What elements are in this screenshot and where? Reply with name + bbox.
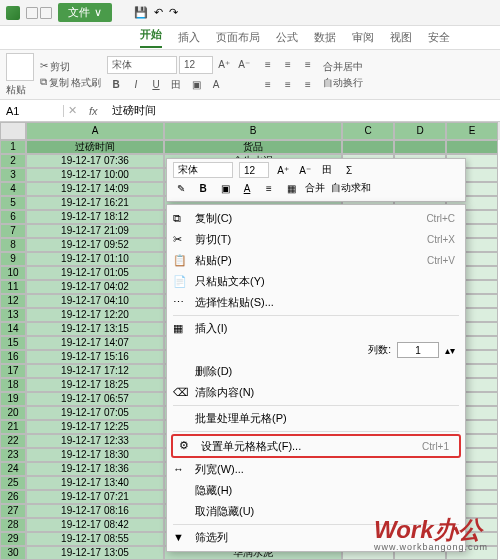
cell[interactable]: 19-12-17 15:16: [26, 350, 164, 364]
mini-merge-button[interactable]: 合并: [305, 181, 325, 195]
mini-grid-icon[interactable]: ▦: [283, 180, 299, 196]
select-all-button[interactable]: [0, 122, 26, 140]
mini-sum-icon[interactable]: Σ: [341, 162, 357, 178]
mini-fill-icon[interactable]: ▣: [217, 180, 233, 196]
ribbon-tab-layout[interactable]: 页面布局: [216, 30, 260, 45]
cell[interactable]: 19-12-17 01:10: [26, 252, 164, 266]
copy-icon[interactable]: ⧉: [40, 76, 47, 90]
tab-icon-2[interactable]: [40, 7, 52, 19]
ribbon-tab-security[interactable]: 安全: [428, 30, 450, 45]
cols-input[interactable]: [397, 342, 439, 358]
ribbon-tab-formula[interactable]: 公式: [276, 30, 298, 45]
cell[interactable]: 19-12-17 13:05: [26, 546, 164, 560]
menu-paste-text[interactable]: 📄只粘贴文本(Y): [167, 271, 465, 292]
cell[interactable]: 19-12-17 10:00: [26, 168, 164, 182]
merge-button[interactable]: 合并居中: [323, 60, 363, 74]
menu-batch[interactable]: 批量处理单元格(P): [167, 408, 465, 429]
cols-stepper-icon[interactable]: ▴▾: [445, 345, 455, 356]
cell[interactable]: 19-12-17 18:12: [26, 210, 164, 224]
row-header[interactable]: 3: [0, 168, 26, 182]
menu-insert[interactable]: ▦插入(I): [167, 318, 465, 339]
formula-value[interactable]: 过磅时间: [106, 103, 162, 118]
file-menu-button[interactable]: 文件 ∨: [58, 3, 112, 22]
cell[interactable]: [446, 140, 498, 154]
menu-paste-special[interactable]: ⋯选择性粘贴(S)...: [167, 292, 465, 313]
row-header[interactable]: 11: [0, 280, 26, 294]
cell[interactable]: 19-12-17 14:07: [26, 336, 164, 350]
ribbon-tab-review[interactable]: 审阅: [352, 30, 374, 45]
cell[interactable]: 19-12-17 08:42: [26, 518, 164, 532]
row-header[interactable]: 24: [0, 462, 26, 476]
fx-icon[interactable]: fx: [81, 105, 106, 117]
row-header[interactable]: 29: [0, 532, 26, 546]
row-header[interactable]: 12: [0, 294, 26, 308]
row-header[interactable]: 14: [0, 322, 26, 336]
font-name-select[interactable]: 宋体: [107, 56, 177, 74]
row-header[interactable]: 5: [0, 196, 26, 210]
menu-paste[interactable]: 📋粘贴(P)Ctrl+V: [167, 250, 465, 271]
mini-increase-font-icon[interactable]: A⁺: [275, 162, 291, 178]
menu-hide[interactable]: 隐藏(H): [167, 480, 465, 501]
row-header[interactable]: 25: [0, 476, 26, 490]
row-header[interactable]: 2: [0, 154, 26, 168]
font-size-select[interactable]: 12: [179, 56, 213, 74]
cancel-formula-icon[interactable]: ✕: [64, 104, 81, 117]
bold-icon[interactable]: B: [107, 76, 125, 94]
row-header[interactable]: 20: [0, 406, 26, 420]
row-header[interactable]: 26: [0, 490, 26, 504]
cell[interactable]: 19-12-17 08:16: [26, 504, 164, 518]
col-header-A[interactable]: A: [26, 122, 164, 140]
cell[interactable]: 19-12-17 01:05: [26, 266, 164, 280]
row-header[interactable]: 16: [0, 350, 26, 364]
ribbon-tab-home[interactable]: 开始: [140, 27, 162, 48]
cell[interactable]: 19-12-17 06:57: [26, 392, 164, 406]
cell[interactable]: 19-12-17 04:10: [26, 294, 164, 308]
menu-cut[interactable]: ✂剪切(T)Ctrl+X: [167, 229, 465, 250]
mini-font-color-icon[interactable]: A: [239, 180, 255, 196]
cell[interactable]: 19-12-17 13:40: [26, 476, 164, 490]
row-header[interactable]: 1: [0, 140, 26, 154]
menu-col-width[interactable]: ↔列宽(W)...: [167, 459, 465, 480]
align-center-icon[interactable]: ≡: [279, 76, 297, 94]
cell[interactable]: 19-12-17 09:52: [26, 238, 164, 252]
row-header[interactable]: 18: [0, 378, 26, 392]
underline-icon[interactable]: U: [147, 76, 165, 94]
cell[interactable]: 19-12-17 14:09: [26, 182, 164, 196]
cell[interactable]: 19-12-17 08:55: [26, 532, 164, 546]
row-header[interactable]: 17: [0, 364, 26, 378]
row-header[interactable]: 6: [0, 210, 26, 224]
row-header[interactable]: 23: [0, 448, 26, 462]
cell[interactable]: 19-12-17 07:21: [26, 490, 164, 504]
mini-font-size[interactable]: 12: [239, 162, 269, 178]
mini-format-painter-icon[interactable]: ✎: [173, 180, 189, 196]
row-header[interactable]: 19: [0, 392, 26, 406]
cell[interactable]: 19-12-17 18:36: [26, 462, 164, 476]
col-header-D[interactable]: D: [394, 122, 446, 140]
menu-clear[interactable]: ⌫清除内容(N): [167, 382, 465, 403]
cut-icon[interactable]: ✂: [40, 60, 48, 74]
cell[interactable]: 19-12-17 12:33: [26, 434, 164, 448]
row-header[interactable]: 21: [0, 420, 26, 434]
cell[interactable]: 过磅时间: [26, 140, 164, 154]
fill-color-icon[interactable]: ▣: [187, 76, 205, 94]
ribbon-tab-insert[interactable]: 插入: [178, 30, 200, 45]
col-header-E[interactable]: E: [446, 122, 498, 140]
align-mid-icon[interactable]: ≡: [279, 56, 297, 74]
mini-border-icon[interactable]: 田: [319, 162, 335, 178]
wrap-button[interactable]: 自动换行: [323, 76, 363, 90]
row-header[interactable]: 13: [0, 308, 26, 322]
menu-unhide[interactable]: 取消隐藏(U): [167, 501, 465, 522]
cell[interactable]: 19-12-17 13:15: [26, 322, 164, 336]
decrease-font-icon[interactable]: A⁻: [235, 56, 253, 74]
menu-format-cells[interactable]: ⚙设置单元格格式(F)...Ctrl+1: [171, 434, 461, 458]
row-header[interactable]: 8: [0, 238, 26, 252]
col-header-C[interactable]: C: [342, 122, 394, 140]
mini-autosum-button[interactable]: 自动求和: [331, 181, 371, 195]
align-top-icon[interactable]: ≡: [259, 56, 277, 74]
cell[interactable]: 19-12-17 17:12: [26, 364, 164, 378]
row-header[interactable]: 30: [0, 546, 26, 560]
cell[interactable]: 19-12-17 07:05: [26, 406, 164, 420]
menu-delete[interactable]: 删除(D): [167, 361, 465, 382]
cell[interactable]: 19-12-17 07:36: [26, 154, 164, 168]
mini-decrease-font-icon[interactable]: A⁻: [297, 162, 313, 178]
